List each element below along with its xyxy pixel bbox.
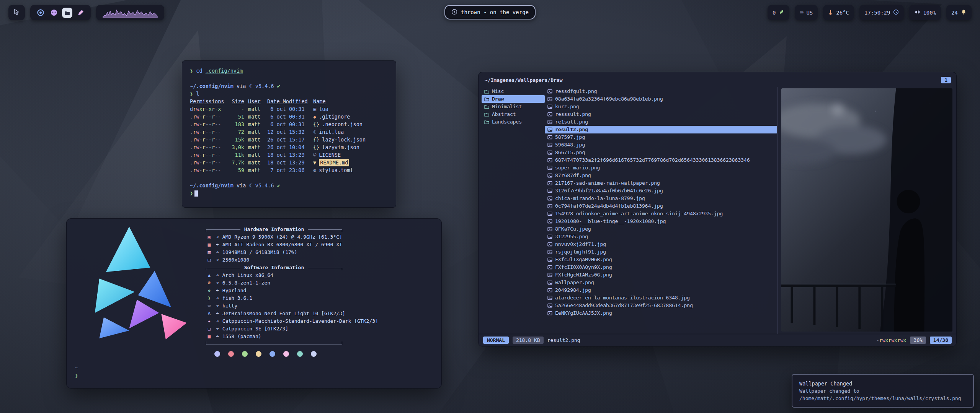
file-list-item[interactable]: 3122955.png xyxy=(545,233,777,241)
file-list-item[interactable]: nnvuv0xj2df71.jpg xyxy=(545,241,777,248)
file-type-icon: {} xyxy=(313,136,319,143)
file-date: 6 oct 00:31 xyxy=(267,120,309,128)
file-list-item[interactable]: kurz.png xyxy=(545,103,777,111)
audio-visualizer-module[interactable] xyxy=(96,5,164,20)
file-list-item[interactable]: 19201080-__blue-tinge__-1920×1080.jpg xyxy=(545,218,777,225)
starship-prompt-line: ~/.config/nvim via ☾ v5.4.6 ✔ xyxy=(190,82,388,90)
file-list-item[interactable]: re1sult.png xyxy=(545,118,777,126)
fetch-item-icon: ▲ xyxy=(206,272,212,279)
terminal-window[interactable]: ❯ cd .config/nvim ~/.config/nvim via ☾ v… xyxy=(182,60,396,208)
file-name: 3122955.png xyxy=(555,233,588,241)
file-manager-statusbar: NORMAL 218.8 KB result2.png -rwxrwxrwx 3… xyxy=(479,334,956,346)
file-list-item[interactable]: FXfcHgcWIAMzs0G.png xyxy=(545,271,777,279)
sidebar-directory-item[interactable]: Misc xyxy=(482,88,545,95)
image-file-icon xyxy=(547,158,552,163)
file-list-item[interactable]: EeNKYgIUcAAJ5JX.png xyxy=(545,309,777,317)
file-list-item[interactable]: rsjqojlmjhf91.jpg xyxy=(545,248,777,256)
file-owner: matt xyxy=(248,105,263,113)
speaker-icon xyxy=(914,9,920,16)
workspace-edit-icon[interactable] xyxy=(75,8,86,18)
file-list-item[interactable]: 87r687df.png xyxy=(545,172,777,179)
music-player-module[interactable]: thrown - on the verge xyxy=(444,5,536,20)
folder-icon xyxy=(484,120,489,124)
image-file-icon xyxy=(547,311,552,315)
file-manager-window[interactable]: ~/Imagenes/Wallpapers/Draw 1 Misc Draw xyxy=(478,72,957,346)
fetch-item-value: AMD Ryzen 9 5900X (24) @ 4.9GHz [61.3°C] xyxy=(222,233,342,241)
notification-toast[interactable]: Wallpaper Changed Wallpaper changed to /… xyxy=(792,374,974,408)
arrow-icon: ➜ xyxy=(216,310,219,317)
sidebar-directory-item[interactable]: Landscapes xyxy=(482,118,545,126)
file-list-item[interactable]: chica-mirando-la-luna-8799.jpg xyxy=(545,195,777,202)
file-name: lazy-lock.json xyxy=(322,136,366,143)
file-name: super-mario.png xyxy=(555,164,600,172)
file-listing-row: .rw-r--r-- 183 matt 6 oct 00:31 {}.neoco… xyxy=(190,120,388,128)
file-list: ressdfgult.png 08a634fa02a32364f69ebc86a… xyxy=(545,87,777,334)
file-list-item[interactable]: 587597.jpg xyxy=(545,133,777,141)
terminal-input-line[interactable]: ❯ xyxy=(190,189,388,197)
workspaces-module xyxy=(30,5,91,20)
file-name: lua xyxy=(319,105,328,113)
file-date: 18 oct 13:29 xyxy=(267,159,309,166)
file-list-item[interactable]: super-mario.png xyxy=(545,164,777,172)
file-list-item[interactable]: 68747470733a2f2f696d616765732d7769786d70… xyxy=(545,156,777,164)
tab-badge[interactable]: 1 xyxy=(941,77,951,83)
volume-module[interactable]: 100% xyxy=(909,5,941,20)
file-list-item[interactable]: ressdfgult.png xyxy=(545,88,777,95)
file-list-item[interactable]: 8FKa7Cu.jpeg xyxy=(545,225,777,233)
image-file-icon xyxy=(547,204,552,208)
sidebar-directory-item[interactable]: Abstract xyxy=(482,111,545,118)
file-list-item[interactable]: wallpaper.png xyxy=(545,279,777,286)
file-list-item[interactable]: 866715.png xyxy=(545,149,777,156)
fetch-item-value: JetBrainsMono Nerd Font Light 10 [GTK2/3… xyxy=(222,310,345,317)
sidebar-directory-item[interactable]: Minimalist xyxy=(482,103,545,111)
image-file-icon xyxy=(547,288,552,293)
file-name: .neoconf.json xyxy=(322,120,363,128)
file-list-item[interactable]: resssult.png xyxy=(545,111,777,118)
file-name: re1sult.png xyxy=(555,118,588,126)
file-name: ressdfgult.png xyxy=(555,88,597,95)
file-list-item[interactable]: 0c794faf07de24a4db4d4fb1eb813964.jpg xyxy=(545,202,777,210)
keyboard-layout-module[interactable]: ⌨ US xyxy=(795,5,818,20)
clock-module[interactable]: 17:50:29 xyxy=(859,5,904,20)
file-list-item[interactable]: atardecer-en-la-montanas-ilustracion-634… xyxy=(545,294,777,302)
workspace-browser-icon[interactable] xyxy=(35,8,46,18)
sidebar-directory-item[interactable]: Draw xyxy=(482,95,545,103)
file-list-item[interactable]: result2.png xyxy=(545,126,777,133)
file-date: 7 oct 23:06 xyxy=(267,166,309,174)
temperature-module[interactable]: 26°C xyxy=(823,5,854,20)
notification-title: Wallpaper Changed xyxy=(799,380,966,387)
fastfetch-window[interactable]: Hardware Information ▣ ➜ AMD Ryzen 9 590… xyxy=(66,218,442,389)
updates-module[interactable]: 0 xyxy=(768,5,789,20)
file-list-item[interactable]: 08a634fa02a32364f69ebc86a98eb1eb.png xyxy=(545,95,777,103)
file-name: 3126f7e9bbf21a8a4af0b67b041c6e26.jpg xyxy=(555,187,663,195)
topbar-right-group: 0 ⌨ US 26°C 17:50:29 100% xyxy=(768,5,972,20)
file-listing: drwxr-xr-x - matt 6 oct 00:31 ▣lua .rw-r… xyxy=(190,105,388,174)
file-manager-header: ~/Imagenes/Wallpapers/Draw 1 xyxy=(479,72,956,86)
file-permissions: .rw-r--r-- xyxy=(190,166,222,174)
workspace-files-icon[interactable] xyxy=(62,8,72,18)
volume-value: 100% xyxy=(923,10,936,16)
fetch-shell-prompt[interactable]: ~ ❯ xyxy=(75,364,78,380)
file-list-item[interactable]: 20492984.jpg xyxy=(545,286,777,294)
cursor-icon xyxy=(13,9,20,16)
file-list-item[interactable]: FXfcII0X0AQyn9X.png xyxy=(545,263,777,271)
launcher-button[interactable] xyxy=(8,5,25,20)
file-list-item[interactable]: FXfcJlTXgAMvH6R.png xyxy=(545,256,777,263)
file-owner: matt xyxy=(248,136,263,143)
workspace-chat-icon[interactable] xyxy=(49,8,59,18)
directory-name: Abstract xyxy=(492,111,516,118)
file-list-item[interactable]: 5a266e448add93deab367d87173e9f25-6837886… xyxy=(545,302,777,309)
fetch-item-icon: ■ xyxy=(206,333,212,340)
file-name: rsjqojlmjhf91.jpg xyxy=(555,248,606,256)
file-permissions: .rw-r--r-- xyxy=(190,120,222,128)
file-list-item[interactable]: 154928-odinokoe_anime-art-anime-okno-sin… xyxy=(545,210,777,218)
file-list-item[interactable]: 3126f7e9bbf21a8a4af0b67b041c6e26.jpg xyxy=(545,187,777,195)
terminal-command-line: ❯ l xyxy=(190,90,388,98)
file-list-item[interactable]: 596848.jpg xyxy=(545,141,777,149)
image-file-icon xyxy=(547,227,552,231)
image-file-icon xyxy=(547,280,552,285)
file-list-item[interactable]: 217167-sad-anime-rain-wallpaper.png xyxy=(545,179,777,187)
file-owner: matt xyxy=(248,159,263,166)
fetch-box-bottom xyxy=(206,341,342,345)
notifications-module[interactable]: 24 xyxy=(946,5,972,20)
